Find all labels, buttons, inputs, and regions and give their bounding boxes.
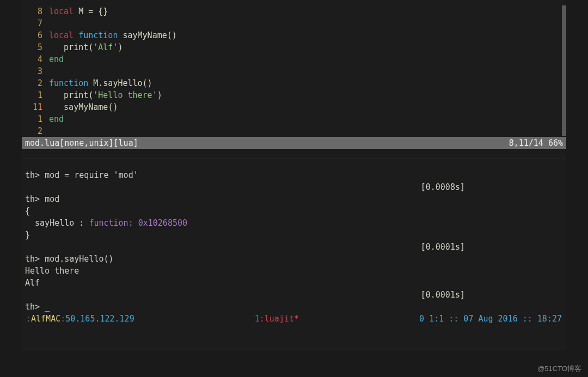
code-line[interactable]: 5 print('Alf'): [22, 41, 566, 53]
status-left: mod.lua[none,unix][lua]: [25, 138, 138, 149]
code-content[interactable]: print('Alf'): [49, 41, 566, 53]
term-output: {: [25, 205, 563, 217]
code-line[interactable]: 7: [22, 17, 566, 29]
term-prompt-line[interactable]: th> _: [25, 301, 563, 313]
code-content[interactable]: [49, 17, 566, 29]
term-prompt-line[interactable]: th> mod: [25, 193, 563, 205]
status-right: 8,11/14 66%: [509, 138, 563, 149]
editor-container: 8local M = {}76local function sayMyName(…: [22, 0, 566, 351]
tmux-hostname: AlfMAC: [31, 313, 60, 325]
term-timing: [0.0008s]: [25, 181, 563, 193]
term-prompt-line[interactable]: th> mod.sayHello(): [25, 253, 563, 265]
code-content[interactable]: sayMyName(): [49, 101, 566, 113]
status-bar: mod.lua[none,unix][lua] 8,11/14 66%: [22, 137, 566, 149]
tmux-window[interactable]: 1:luajit*: [255, 313, 299, 325]
line-number: 1: [22, 89, 49, 101]
scrollbar[interactable]: [562, 5, 566, 136]
term-output: }: [25, 229, 563, 241]
code-content[interactable]: [49, 65, 566, 77]
cursor: _: [45, 302, 50, 312]
code-content[interactable]: local function sayMyName(): [49, 29, 566, 41]
line-number: 11: [22, 101, 49, 113]
code-line[interactable]: 1 print('Hello there'): [22, 89, 566, 101]
tmux-clock: 0 1:1 :: 07 Aug 2016 :: 18:27: [419, 313, 562, 325]
code-content[interactable]: end: [49, 113, 566, 125]
tmux-ip: 50.165.122.129: [65, 313, 134, 325]
editor-pane[interactable]: 8local M = {}76local function sayMyName(…: [22, 0, 566, 137]
line-number: 1: [22, 113, 49, 125]
code-content[interactable]: print('Hello there'): [49, 89, 566, 101]
line-number: 5: [22, 41, 49, 53]
line-number: 6: [22, 29, 49, 41]
code-content[interactable]: [49, 125, 566, 137]
code-line[interactable]: 8local M = {}: [22, 5, 566, 17]
term-output: Hello there: [25, 265, 563, 277]
term-output: Alf: [25, 277, 563, 289]
code-line[interactable]: 1end: [22, 113, 566, 125]
code-content[interactable]: end: [49, 53, 566, 65]
term-timing: [0.0001s]: [25, 241, 563, 253]
line-number: 2: [22, 125, 49, 137]
line-number: 3: [22, 65, 49, 77]
line-number: 4: [22, 53, 49, 65]
watermark: @51CTO博客: [537, 364, 581, 374]
code-line[interactable]: 6local function sayMyName(): [22, 29, 566, 41]
tmux-status-bar: : AlfMAC : 50.165.122.129 1:luajit* 0 1:…: [25, 313, 563, 325]
code-content[interactable]: local M = {}: [49, 5, 566, 17]
term-prompt-line[interactable]: th> mod = require 'mod': [25, 169, 563, 181]
line-number: 8: [22, 5, 49, 17]
code-line[interactable]: 11 sayMyName(): [22, 101, 566, 113]
terminal-pane[interactable]: th> mod = require 'mod'[0.0008s]th> mod{…: [22, 158, 566, 325]
code-line[interactable]: 2: [22, 125, 566, 137]
code-line[interactable]: 2function M.sayHello(): [22, 77, 566, 89]
code-line[interactable]: 3: [22, 65, 566, 77]
term-timing: [0.0001s]: [25, 289, 563, 301]
line-number: 7: [22, 17, 49, 29]
code-line[interactable]: 4end: [22, 53, 566, 65]
term-output: sayHello : function: 0x10268500: [25, 217, 563, 229]
tmux-left: : AlfMAC : 50.165.122.129: [26, 313, 134, 325]
code-content[interactable]: function M.sayHello(): [49, 77, 566, 89]
line-number: 2: [22, 77, 49, 89]
